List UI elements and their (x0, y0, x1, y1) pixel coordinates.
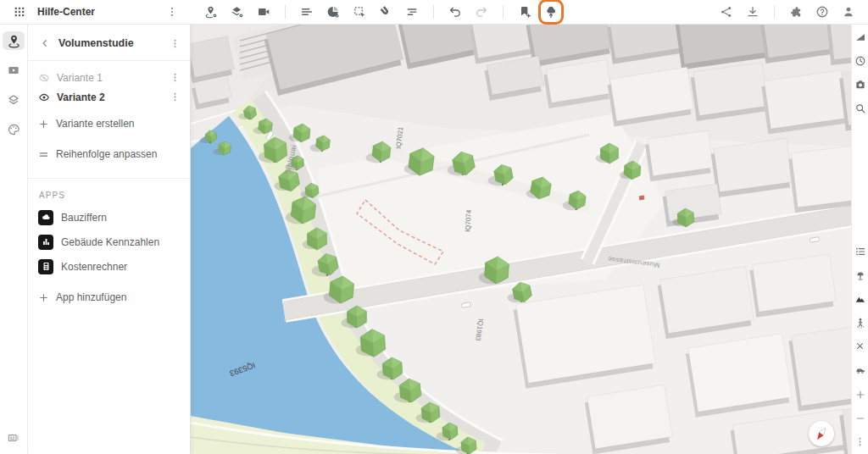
minus-icon (854, 412, 866, 424)
layers-settings-icon (231, 5, 244, 19)
zoom-in-button[interactable] (853, 387, 868, 401)
divider (28, 60, 190, 61)
divider (28, 178, 190, 179)
nav-rail (0, 25, 28, 454)
app-label: Bauziffern (61, 212, 107, 224)
app-label: Gebäude Kennzahlen (61, 236, 159, 248)
title-overflow-button[interactable] (163, 3, 181, 21)
layers-settings-button[interactable] (228, 3, 247, 21)
add-marker-icon (518, 5, 531, 19)
redo-icon (475, 5, 488, 19)
app-item-bauziffern[interactable]: Bauziffern (28, 205, 190, 230)
variant-row-2[interactable]: Variante 2 (28, 87, 190, 107)
add-app-label: App hinzufügen (56, 291, 181, 303)
app-window: Hilfe-Center (0, 0, 868, 454)
plus-icon (38, 119, 49, 130)
tree-visibility-button[interactable] (853, 268, 868, 282)
reorder-icon (38, 149, 49, 160)
variant-label: Variante 2 (57, 91, 161, 103)
account-button[interactable] (839, 3, 858, 21)
rail-styles-button[interactable] (3, 120, 25, 139)
shortcuts-icon (7, 431, 20, 445)
compass-button[interactable] (809, 421, 834, 446)
search-button[interactable] (853, 101, 868, 115)
parcel-label: IQ7074 (464, 209, 472, 232)
slope-icon (854, 31, 866, 43)
variant-label: Variante 1 (57, 72, 161, 84)
rail-shortcuts-button[interactable] (3, 429, 25, 447)
vehicle-button[interactable] (853, 363, 868, 377)
toolbar-divider (774, 5, 775, 19)
area-select-button[interactable] (350, 3, 369, 21)
chevron-left-icon (40, 38, 50, 48)
page-title: Hilfe-Center (37, 6, 154, 18)
app-label: Kostenrechner (61, 261, 127, 273)
add-tree-button[interactable] (542, 3, 560, 21)
create-variant-button[interactable]: Variante erstellen (28, 114, 190, 134)
location-settings-button[interactable] (202, 3, 220, 21)
variant-row-1[interactable]: Variante 1 (28, 68, 190, 87)
clock-icon (854, 55, 866, 67)
variant-1-overflow-button[interactable] (168, 71, 181, 85)
screenshot-button[interactable] (853, 77, 868, 91)
redo-button[interactable] (472, 3, 491, 21)
add-tree-icon (544, 5, 558, 19)
slope-button[interactable] (853, 30, 868, 44)
reorder-button[interactable]: Reihenfolge anpassen (28, 144, 190, 164)
pedestrian-view-button[interactable] (853, 315, 868, 329)
cloud-app-icon (38, 210, 53, 225)
measure-lines-button[interactable] (298, 3, 316, 21)
sidebar-panel: Volumenstudie Variante 1 Variante 2 (28, 25, 191, 454)
undo-button[interactable] (446, 3, 465, 21)
legend-icon (854, 246, 866, 257)
add-marker-button[interactable] (515, 3, 534, 21)
annotation-lines-button[interactable] (403, 3, 421, 21)
video-camera-icon (257, 5, 270, 19)
terrain-button[interactable] (853, 291, 868, 306)
search-icon (854, 102, 866, 114)
close-button[interactable] (853, 339, 868, 353)
chart-settings-button[interactable] (324, 3, 342, 21)
plus-icon (38, 292, 49, 303)
add-app-button[interactable]: App hinzufügen (28, 287, 190, 307)
right-toolbar (851, 25, 868, 454)
measure-lines-icon (300, 5, 314, 19)
rail-media-button[interactable] (3, 61, 25, 80)
video-camera-button[interactable] (254, 3, 273, 21)
top-bar-left: Hilfe-Center (0, 3, 188, 21)
share-button[interactable] (717, 3, 736, 21)
layers-icon (7, 93, 20, 107)
legend-button[interactable] (853, 244, 868, 258)
back-button[interactable] (38, 36, 52, 50)
close-icon (854, 340, 865, 352)
rail-location-button[interactable] (3, 31, 25, 50)
camera-icon (854, 79, 866, 91)
time-button[interactable] (853, 53, 868, 68)
map-more-button[interactable] (853, 435, 868, 449)
study-overflow-button[interactable] (168, 36, 181, 50)
eye-icon[interactable] (38, 91, 50, 103)
annotation-lines-icon (405, 5, 419, 19)
app-item-kostenrechner[interactable]: Kostenrechner (28, 254, 190, 279)
apps-grid-button[interactable] (10, 3, 29, 21)
car-icon (854, 364, 866, 376)
variant-2-overflow-button[interactable] (168, 91, 181, 104)
location-pin-icon (7, 34, 21, 48)
area-select-icon (353, 5, 366, 19)
app-item-kennzahlen[interactable]: Gebäude Kennzahlen (28, 230, 190, 254)
undo-icon (448, 5, 462, 19)
magnet-button[interactable] (376, 3, 395, 21)
eye-off-icon[interactable] (38, 72, 50, 84)
zoom-out-button[interactable] (853, 411, 868, 425)
plugins-button[interactable] (787, 3, 805, 21)
help-button[interactable] (813, 3, 832, 21)
map-canvas[interactable]: Sihlquai IQ7021 IQ7074 IQ1983 IQ5393 Mus… (191, 25, 868, 454)
account-icon (842, 5, 855, 19)
apps-heading: APPS (39, 191, 190, 200)
puzzle-icon (789, 5, 803, 19)
download-button[interactable] (743, 3, 762, 21)
tree-icon (854, 269, 866, 281)
media-icon (7, 64, 20, 77)
top-bar-right (717, 3, 868, 21)
rail-layers-button[interactable] (3, 91, 25, 109)
